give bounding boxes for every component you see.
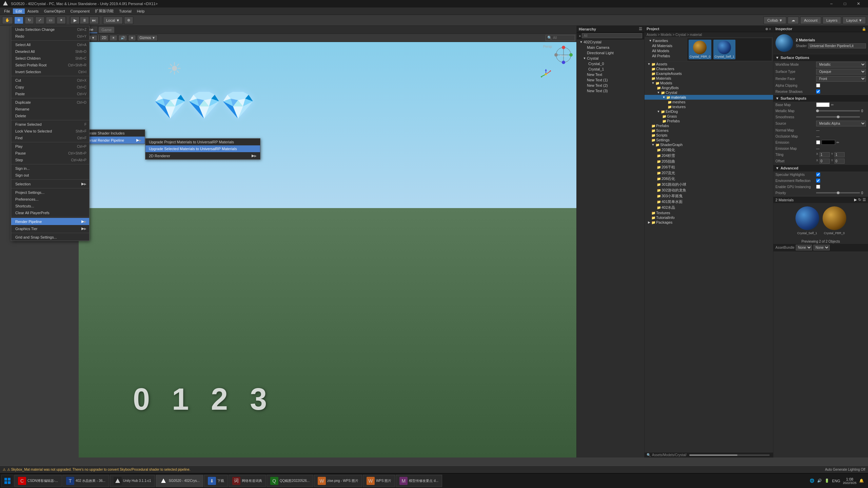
proj-303[interactable]: 📁 303小草摇曳 (645, 193, 773, 199)
task-csdn[interactable]: C CSDN博客编辑器-... (14, 475, 62, 487)
emission-color[interactable] (822, 140, 835, 145)
file-crystal-self[interactable]: Crystal_Self_1 (713, 40, 735, 59)
menu-graphics-tier[interactable]: Graphics Tier ▶ (11, 225, 89, 232)
tiling-y[interactable] (834, 152, 845, 157)
proj-materials[interactable]: 📁 Materials (645, 76, 773, 81)
tray-battery[interactable]: 🔋 (825, 479, 829, 483)
menu-project-settings[interactable]: Project Settings... (11, 189, 89, 196)
render-face-select[interactable]: Front Back Both (816, 76, 866, 82)
local-button[interactable]: Local ▼ (103, 17, 123, 24)
tool-rotate[interactable]: ↻ (25, 17, 34, 24)
proj-settings[interactable]: 📁 Settings (645, 138, 773, 142)
hierarchy-add-btn[interactable]: + (579, 34, 581, 38)
tree-item-crystal0[interactable]: Crystal_0 (577, 61, 644, 66)
surface-inputs-header[interactable]: ▼ Surface Inputs (773, 95, 868, 102)
surface-type-select[interactable]: Opaque Transparent (816, 69, 866, 75)
task-wps1[interactable]: W zise.png - WPS 图片 (314, 475, 362, 487)
offset-x[interactable] (820, 159, 830, 164)
menu-preferences[interactable]: Preferences... (11, 196, 89, 203)
tray-notifications[interactable]: 🔔 (859, 479, 864, 483)
hierarchy-search-input[interactable] (582, 33, 642, 38)
menu-duplicate[interactable]: Duplicate Ctrl+D (11, 99, 89, 106)
proj-203[interactable]: 📁 203截化 (645, 147, 773, 153)
surface-options-header[interactable]: ▼ Surface Options (773, 54, 868, 61)
proj-crystal-folder[interactable]: ▼📁 Crystal (645, 90, 773, 95)
proj-206[interactable]: 📁 206干枯 (645, 164, 773, 170)
menu-undo[interactable]: Undo Selection Change Ctrl+Z (11, 26, 89, 33)
menu-pause[interactable]: Pause Ctrl+Shift+P (11, 150, 89, 157)
scene-lighting-toggle[interactable]: ☀ (110, 35, 117, 41)
proj-grass[interactable]: 📁 Grass (645, 114, 773, 119)
menu-shortcuts[interactable]: Shortcuts... (11, 203, 89, 209)
proj-401[interactable]: 📁 401简单水面 (645, 199, 773, 205)
step-button[interactable]: ⏭ (89, 17, 99, 24)
tool-rect[interactable]: ▭ (46, 17, 55, 24)
tree-item-newtext2[interactable]: New Text (2) (577, 83, 644, 88)
tray-network[interactable]: 🌐 (810, 479, 814, 483)
proj-exampleassets[interactable]: 📁 ExampleAssets (645, 71, 773, 76)
emission-edit[interactable]: ✏ (836, 141, 839, 144)
proj-meshes[interactable]: 📁 meshes (645, 100, 773, 104)
menu-render-pipeline[interactable]: Render Pipeline ▶ (11, 218, 89, 225)
maximize-button[interactable]: □ (838, 0, 852, 7)
scene-fx-toggle[interactable]: ★ (128, 35, 136, 41)
priority-slider[interactable] (816, 192, 860, 194)
proj-textures[interactable]: 📁 textures (645, 104, 773, 109)
tree-item-crystal1[interactable]: Crystal_1 (577, 66, 644, 72)
menu-play[interactable]: Play Ctrl+P (11, 143, 89, 150)
mat-refresh-btn[interactable]: ↻ (858, 198, 861, 202)
base-map-edit[interactable]: ✏ (831, 103, 834, 107)
fav-prefabs[interactable]: All Prefabs (646, 54, 687, 58)
menu-select-prefab-root[interactable]: Select Prefab Root Ctrl+Shift+R (11, 62, 89, 68)
menu-frame-selected[interactable]: Frame Selected F (11, 121, 89, 128)
proj-textures-root[interactable]: 📁 Textures (645, 210, 773, 215)
proj-assets[interactable]: ▼📁 Assets (645, 62, 773, 66)
menu-step[interactable]: Step Ctrl+Alt+P (11, 157, 89, 163)
menu-edit[interactable]: Edit (13, 8, 25, 14)
menu-component[interactable]: Component (67, 8, 92, 14)
mat-item-crystal-pbr[interactable]: Crystal_PBR_0 (823, 206, 846, 235)
menu-cut[interactable]: Cut Ctrl+X (11, 77, 89, 84)
base-map-swatch[interactable] (816, 102, 830, 107)
smoothness-slider[interactable] (816, 116, 860, 118)
proj-205[interactable]: 📁 205扭曲 (645, 159, 773, 164)
proj-materials-folder[interactable]: ▼📁 materials (645, 95, 773, 100)
proj-402[interactable]: 📁 402水晶 (645, 205, 773, 210)
play-button[interactable]: ▶ (70, 17, 80, 24)
proj-characters[interactable]: 📁 Characters (645, 66, 773, 71)
menu-sign-in[interactable]: Sign in... (11, 165, 89, 172)
proj-prefabs[interactable]: 📁 Prefabs (645, 123, 773, 128)
cloud-button[interactable]: ☁ (788, 17, 799, 24)
tray-volume[interactable]: 🔊 (817, 479, 822, 483)
submenu-upgrade-project[interactable]: Upgrade Project Materials to UniversalRP… (145, 139, 260, 145)
pause-button[interactable]: ⏸ (80, 17, 89, 24)
specular-highlights-checkbox[interactable] (816, 172, 820, 177)
pivot-button[interactable]: ⊕ (124, 17, 133, 24)
menu-help[interactable]: Help (134, 8, 147, 14)
asset-bundle-variant-select[interactable]: None (813, 245, 830, 250)
metallic-slider[interactable] (816, 110, 860, 111)
emission-checkbox[interactable] (816, 140, 820, 144)
proj-301[interactable]: 📁 301跳动的小球 (645, 182, 773, 187)
menu-sign-out[interactable]: Sign out (11, 172, 89, 179)
tree-item-crystal[interactable]: ▼Crystal (577, 56, 644, 61)
tiling-x[interactable] (820, 152, 830, 157)
tray-lang[interactable]: ENG (832, 479, 840, 483)
gpu-instancing-checkbox[interactable] (816, 185, 820, 189)
task-unity[interactable]: SG0520 - 402Crys... (156, 475, 203, 487)
mat-options-btn[interactable]: ☰ (863, 198, 866, 202)
task-qq[interactable]: Q QQ截图20220526... (267, 475, 313, 487)
tool-scale[interactable]: ⤢ (35, 17, 44, 24)
collab-button[interactable]: Collab ▼ (764, 17, 786, 24)
menu-gameobject[interactable]: GameObject (41, 8, 68, 14)
menu-clear-playerprefs[interactable]: Clear All PlayerPrefs (11, 209, 89, 216)
menu-tutorial[interactable]: Tutorial (116, 8, 134, 14)
tree-item-newtext3[interactable]: New Text (3) (577, 88, 644, 94)
menu-deselect-all[interactable]: Deselect All Shift+D (11, 48, 89, 55)
fav-models[interactable]: All Models (646, 48, 687, 53)
menu-file[interactable]: File (1, 8, 13, 14)
minimize-button[interactable]: – (825, 0, 838, 7)
task-wps2[interactable]: W WPS 图片 (363, 475, 395, 487)
proj-angrybots[interactable]: 📁 AngryBots (645, 85, 773, 90)
inspector-lock[interactable]: 🔒 (862, 27, 866, 31)
